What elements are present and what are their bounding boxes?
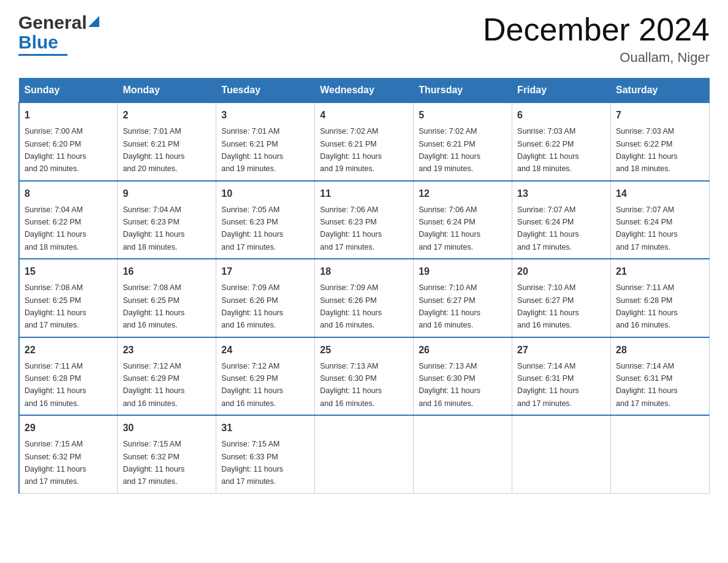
day-number: 19 xyxy=(419,264,507,279)
logo-underline xyxy=(18,54,67,56)
header-sunday: Sunday xyxy=(19,79,118,103)
day-info: Sunrise: 7:09 AMSunset: 6:26 PMDaylight:… xyxy=(221,283,283,329)
calendar-cell: 19Sunrise: 7:10 AMSunset: 6:27 PMDayligh… xyxy=(414,259,512,337)
day-info: Sunrise: 7:11 AMSunset: 6:28 PMDaylight:… xyxy=(25,362,86,408)
calendar-cell: 24Sunrise: 7:12 AMSunset: 6:29 PMDayligh… xyxy=(216,337,315,416)
day-info: Sunrise: 7:08 AMSunset: 6:25 PMDaylight:… xyxy=(25,283,86,329)
calendar-cell: 18Sunrise: 7:09 AMSunset: 6:26 PMDayligh… xyxy=(315,259,414,337)
calendar-cell: 8Sunrise: 7:04 AMSunset: 6:22 PMDaylight… xyxy=(19,181,118,259)
calendar-cell: 22Sunrise: 7:11 AMSunset: 6:28 PMDayligh… xyxy=(19,337,118,416)
day-info: Sunrise: 7:13 AMSunset: 6:30 PMDaylight:… xyxy=(419,362,480,408)
day-number: 25 xyxy=(320,343,408,358)
day-info: Sunrise: 7:09 AMSunset: 6:26 PMDaylight:… xyxy=(320,283,382,329)
calendar-cell: 9Sunrise: 7:04 AMSunset: 6:23 PMDaylight… xyxy=(118,181,216,259)
calendar-cell: 29Sunrise: 7:15 AMSunset: 6:32 PMDayligh… xyxy=(19,415,118,493)
day-number: 13 xyxy=(517,186,605,201)
day-info: Sunrise: 7:00 AMSunset: 6:20 PMDaylight:… xyxy=(25,127,86,173)
day-number: 16 xyxy=(123,264,211,279)
calendar-cell: 26Sunrise: 7:13 AMSunset: 6:30 PMDayligh… xyxy=(414,337,512,416)
calendar-cell: 6Sunrise: 7:03 AMSunset: 6:22 PMDaylight… xyxy=(512,102,611,181)
day-info: Sunrise: 7:01 AMSunset: 6:21 PMDaylight:… xyxy=(123,127,184,173)
header-tuesday: Tuesday xyxy=(216,79,315,103)
calendar-cell: 17Sunrise: 7:09 AMSunset: 6:26 PMDayligh… xyxy=(216,259,315,337)
day-number: 12 xyxy=(419,186,507,201)
day-number: 6 xyxy=(517,108,605,123)
logo-triangle-icon xyxy=(88,16,99,27)
calendar-cell: 2Sunrise: 7:01 AMSunset: 6:21 PMDaylight… xyxy=(118,102,216,181)
day-info: Sunrise: 7:05 AMSunset: 6:23 PMDaylight:… xyxy=(221,205,283,251)
day-number: 7 xyxy=(616,108,704,123)
calendar-cell xyxy=(611,415,710,493)
calendar-cell: 31Sunrise: 7:15 AMSunset: 6:33 PMDayligh… xyxy=(216,415,315,493)
day-info: Sunrise: 7:10 AMSunset: 6:27 PMDaylight:… xyxy=(419,283,480,329)
header-wednesday: Wednesday xyxy=(315,79,414,103)
day-info: Sunrise: 7:08 AMSunset: 6:25 PMDaylight:… xyxy=(123,283,184,329)
calendar-cell xyxy=(512,415,611,493)
month-title: December 2024 xyxy=(483,12,710,47)
day-number: 29 xyxy=(25,421,112,435)
day-info: Sunrise: 7:15 AMSunset: 6:33 PMDaylight:… xyxy=(221,440,283,486)
day-number: 20 xyxy=(517,264,605,279)
day-number: 3 xyxy=(221,108,309,123)
day-info: Sunrise: 7:04 AMSunset: 6:22 PMDaylight:… xyxy=(25,205,86,251)
header-saturday: Saturday xyxy=(611,79,710,103)
calendar-cell: 1Sunrise: 7:00 AMSunset: 6:20 PMDaylight… xyxy=(19,102,118,181)
day-info: Sunrise: 7:07 AMSunset: 6:24 PMDaylight:… xyxy=(616,205,678,251)
day-number: 28 xyxy=(616,343,704,358)
week-row-1: 1Sunrise: 7:00 AMSunset: 6:20 PMDaylight… xyxy=(19,102,710,181)
day-info: Sunrise: 7:13 AMSunset: 6:30 PMDaylight:… xyxy=(320,362,382,408)
day-number: 5 xyxy=(419,108,507,123)
calendar-table: SundayMondayTuesdayWednesdayThursdayFrid… xyxy=(18,78,710,494)
calendar-cell xyxy=(315,415,414,493)
calendar-cell: 28Sunrise: 7:14 AMSunset: 6:31 PMDayligh… xyxy=(611,337,710,416)
day-info: Sunrise: 7:07 AMSunset: 6:24 PMDaylight:… xyxy=(517,205,579,251)
calendar-cell: 12Sunrise: 7:06 AMSunset: 6:24 PMDayligh… xyxy=(414,181,512,259)
calendar-cell: 23Sunrise: 7:12 AMSunset: 6:29 PMDayligh… xyxy=(118,337,216,416)
day-number: 27 xyxy=(517,343,605,358)
day-number: 1 xyxy=(25,108,112,123)
calendar-cell: 20Sunrise: 7:10 AMSunset: 6:27 PMDayligh… xyxy=(512,259,611,337)
day-number: 2 xyxy=(123,108,211,123)
calendar-cell: 5Sunrise: 7:02 AMSunset: 6:21 PMDaylight… xyxy=(414,102,512,181)
title-area: December 2024 Ouallam, Niger xyxy=(483,12,710,66)
page-header: General Blue December 2024 Ouallam, Nige… xyxy=(18,12,710,66)
calendar-cell: 10Sunrise: 7:05 AMSunset: 6:23 PMDayligh… xyxy=(216,181,315,259)
logo-blue-text: Blue xyxy=(18,32,58,53)
day-info: Sunrise: 7:15 AMSunset: 6:32 PMDaylight:… xyxy=(25,440,86,486)
week-row-2: 8Sunrise: 7:04 AMSunset: 6:22 PMDaylight… xyxy=(19,181,710,259)
day-number: 4 xyxy=(320,108,408,123)
week-row-3: 15Sunrise: 7:08 AMSunset: 6:25 PMDayligh… xyxy=(19,259,710,337)
day-info: Sunrise: 7:12 AMSunset: 6:29 PMDaylight:… xyxy=(221,362,283,408)
week-row-4: 22Sunrise: 7:11 AMSunset: 6:28 PMDayligh… xyxy=(19,337,710,416)
day-number: 17 xyxy=(221,264,309,279)
calendar-cell: 14Sunrise: 7:07 AMSunset: 6:24 PMDayligh… xyxy=(611,181,710,259)
header-friday: Friday xyxy=(512,79,611,103)
day-info: Sunrise: 7:06 AMSunset: 6:24 PMDaylight:… xyxy=(419,205,480,251)
header-thursday: Thursday xyxy=(414,79,512,103)
day-number: 21 xyxy=(616,264,704,279)
day-info: Sunrise: 7:10 AMSunset: 6:27 PMDaylight:… xyxy=(517,283,579,329)
day-info: Sunrise: 7:02 AMSunset: 6:21 PMDaylight:… xyxy=(419,127,480,173)
day-info: Sunrise: 7:02 AMSunset: 6:21 PMDaylight:… xyxy=(320,127,382,173)
day-info: Sunrise: 7:04 AMSunset: 6:23 PMDaylight:… xyxy=(123,205,184,251)
calendar-cell: 25Sunrise: 7:13 AMSunset: 6:30 PMDayligh… xyxy=(315,337,414,416)
day-number: 22 xyxy=(25,343,112,358)
day-info: Sunrise: 7:14 AMSunset: 6:31 PMDaylight:… xyxy=(616,362,678,408)
day-number: 18 xyxy=(320,264,408,279)
day-number: 11 xyxy=(320,186,408,201)
days-header-row: SundayMondayTuesdayWednesdayThursdayFrid… xyxy=(19,79,710,103)
day-info: Sunrise: 7:03 AMSunset: 6:22 PMDaylight:… xyxy=(616,127,678,173)
calendar-cell xyxy=(414,415,512,493)
calendar-cell: 30Sunrise: 7:15 AMSunset: 6:32 PMDayligh… xyxy=(118,415,216,493)
day-number: 23 xyxy=(123,343,211,358)
logo: General Blue xyxy=(18,12,99,56)
day-number: 8 xyxy=(25,186,112,201)
calendar-cell: 16Sunrise: 7:08 AMSunset: 6:25 PMDayligh… xyxy=(118,259,216,337)
calendar-cell: 11Sunrise: 7:06 AMSunset: 6:23 PMDayligh… xyxy=(315,181,414,259)
day-number: 9 xyxy=(123,186,211,201)
day-number: 10 xyxy=(221,186,309,201)
calendar-cell: 7Sunrise: 7:03 AMSunset: 6:22 PMDaylight… xyxy=(611,102,710,181)
calendar-cell: 21Sunrise: 7:11 AMSunset: 6:28 PMDayligh… xyxy=(611,259,710,337)
calendar-cell: 13Sunrise: 7:07 AMSunset: 6:24 PMDayligh… xyxy=(512,181,611,259)
day-number: 31 xyxy=(221,421,309,435)
